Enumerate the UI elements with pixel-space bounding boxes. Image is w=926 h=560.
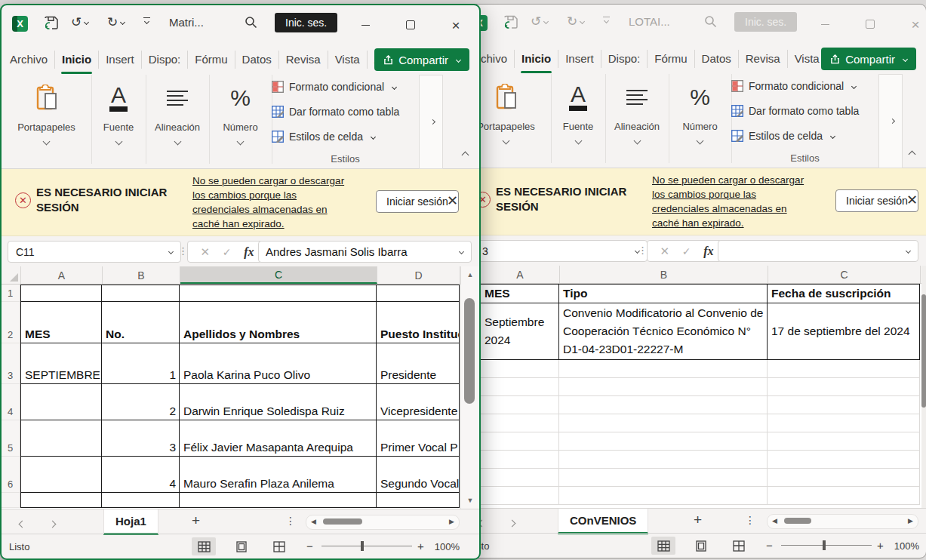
row-header-5[interactable]: 5 bbox=[2, 420, 20, 457]
save-icon[interactable] bbox=[503, 15, 518, 29]
warning-close-button[interactable]: ✕ bbox=[447, 192, 458, 209]
cell[interactable] bbox=[768, 469, 920, 487]
cell[interactable] bbox=[559, 451, 768, 469]
cell[interactable]: Fecha de suscripción bbox=[768, 284, 920, 303]
sheet-tab-convenios[interactable]: COnVENIOS bbox=[558, 509, 648, 534]
redo-button[interactable]: ↻ bbox=[107, 16, 125, 29]
view-normal-button[interactable] bbox=[192, 537, 216, 555]
tab-datos[interactable]: Datos bbox=[235, 51, 279, 69]
tab-formulas[interactable]: Fórmu bbox=[188, 51, 235, 69]
scroll-right-arrow[interactable]: ▶ bbox=[449, 518, 454, 525]
cell[interactable] bbox=[377, 493, 460, 508]
fx-icon[interactable]: fx bbox=[244, 245, 254, 259]
tab-insertar[interactable]: Insert bbox=[558, 50, 601, 68]
horizontal-scrollbar[interactable]: ◀ ▶ bbox=[306, 515, 460, 530]
column-header-B[interactable]: B bbox=[103, 266, 180, 284]
view-page-break-button[interactable] bbox=[267, 537, 291, 555]
row-header-6[interactable]: 6 bbox=[2, 457, 20, 493]
sign-in-button[interactable]: Inic. ses. bbox=[734, 12, 797, 32]
sheet-menu-button[interactable]: ⋮ bbox=[745, 514, 755, 526]
sheet-nav-left[interactable] bbox=[20, 516, 25, 530]
cell[interactable]: 1 bbox=[102, 343, 180, 384]
zoom-in-button[interactable]: + bbox=[417, 540, 424, 552]
cell[interactable] bbox=[20, 384, 102, 420]
cell[interactable] bbox=[768, 378, 920, 396]
row-header-2[interactable]: 2 bbox=[2, 302, 20, 343]
row-header-4[interactable]: 4 bbox=[2, 384, 20, 420]
cell[interactable] bbox=[102, 285, 180, 302]
close-button[interactable]: × bbox=[440, 14, 472, 36]
zoom-slider-handle[interactable] bbox=[361, 541, 364, 551]
search-icon[interactable] bbox=[704, 15, 717, 28]
name-box-chevron[interactable] bbox=[168, 249, 174, 254]
cell[interactable] bbox=[559, 414, 768, 432]
cell[interactable]: 4 bbox=[102, 457, 180, 493]
group-fuente[interactable]: A Fuente bbox=[91, 75, 146, 164]
cancel-icon[interactable]: ✕ bbox=[200, 245, 210, 259]
enter-icon[interactable]: ✓ bbox=[223, 246, 232, 258]
search-icon[interactable] bbox=[245, 16, 257, 29]
cell[interactable] bbox=[768, 360, 920, 378]
scroll-down-arrow[interactable]: ▼ bbox=[461, 497, 479, 504]
redo-button[interactable]: ↻ bbox=[567, 15, 584, 28]
cell[interactable] bbox=[102, 493, 180, 508]
column-header-C[interactable]: C bbox=[180, 266, 377, 284]
conditional-formatting-button[interactable]: Formato condicional bbox=[731, 77, 878, 95]
cell[interactable] bbox=[480, 469, 559, 487]
cell[interactable] bbox=[20, 420, 102, 457]
cell[interactable] bbox=[559, 360, 768, 378]
fx-icon[interactable]: fx bbox=[703, 245, 713, 258]
cell[interactable] bbox=[559, 378, 768, 396]
cell[interactable] bbox=[480, 487, 559, 505]
collapse-ribbon-button[interactable] bbox=[906, 146, 915, 160]
cell[interactable] bbox=[768, 414, 920, 432]
cell[interactable] bbox=[480, 396, 559, 414]
cancel-icon[interactable]: ✕ bbox=[660, 245, 669, 258]
zoom-level[interactable]: 100% bbox=[888, 540, 919, 552]
row-header-7[interactable] bbox=[2, 493, 20, 508]
sheet-menu-button[interactable]: ⋮ bbox=[285, 515, 296, 527]
h-scroll-thumb[interactable] bbox=[784, 518, 811, 524]
tab-insertar[interactable]: Insert bbox=[99, 51, 142, 69]
cell[interactable]: Darwin Enrique Soledispa Ruiz bbox=[180, 384, 377, 420]
vertical-scrollbar[interactable]: ▲ ▼ bbox=[460, 266, 479, 509]
tab-disposicion[interactable]: Dispo: bbox=[142, 51, 189, 69]
cell[interactable]: Paola Karina Puco Olivo bbox=[180, 343, 377, 384]
format-as-table-button[interactable]: Dar formato como tabla bbox=[731, 102, 878, 120]
scroll-left-arrow[interactable]: ◀ bbox=[772, 517, 777, 525]
group-numero[interactable]: % Número bbox=[209, 75, 272, 164]
ribbon-flyout-button[interactable] bbox=[878, 74, 903, 168]
zoom-in-button[interactable]: + bbox=[877, 539, 884, 552]
cell[interactable]: MES bbox=[20, 302, 102, 343]
cell-styles-button[interactable]: Estilos de celda bbox=[272, 128, 419, 146]
zoom-slider[interactable] bbox=[321, 546, 412, 546]
column-header-D[interactable]: D bbox=[377, 266, 460, 284]
undo-button[interactable]: ↺ bbox=[531, 15, 548, 28]
cell[interactable]: Primer Vocal P bbox=[377, 420, 460, 457]
zoom-out-button[interactable]: − bbox=[766, 539, 773, 552]
tab-formulas[interactable]: Fórmu bbox=[648, 50, 694, 68]
cell[interactable]: Puesto Instituc bbox=[377, 302, 460, 343]
share-button[interactable]: Compartir bbox=[821, 48, 916, 70]
cell[interactable] bbox=[480, 378, 559, 396]
column-header-C[interactable]: C bbox=[768, 266, 921, 283]
format-as-table-button[interactable]: Dar formato como tabla bbox=[272, 103, 419, 121]
warning-link[interactable]: No se pueden cargar o descargar los camb… bbox=[192, 174, 348, 231]
cell[interactable]: SEPTIEMBRE bbox=[20, 343, 102, 384]
warning-link[interactable]: No se pueden cargar o descargar los camb… bbox=[652, 173, 808, 230]
scroll-right-arrow[interactable]: ▶ bbox=[908, 517, 913, 525]
cell[interactable] bbox=[20, 493, 102, 508]
cell[interactable]: 3 bbox=[102, 420, 180, 457]
h-scroll-thumb[interactable] bbox=[323, 518, 362, 525]
name-box[interactable]: 3 bbox=[467, 240, 648, 262]
tab-disposicion[interactable]: Dispo: bbox=[601, 50, 648, 68]
sign-in-button[interactable]: Inic. ses. bbox=[275, 13, 337, 32]
add-sheet-button[interactable]: + bbox=[694, 512, 702, 528]
cell[interactable] bbox=[480, 432, 559, 451]
close-button[interactable]: × bbox=[900, 13, 926, 35]
cell[interactable] bbox=[480, 414, 559, 432]
column-header-A[interactable]: A bbox=[21, 266, 103, 284]
tab-vista[interactable]: Vista bbox=[328, 51, 368, 69]
cell[interactable]: Félix Javier Masapanta Arequipa bbox=[180, 420, 377, 457]
row-header-3[interactable]: 3 bbox=[2, 343, 20, 384]
